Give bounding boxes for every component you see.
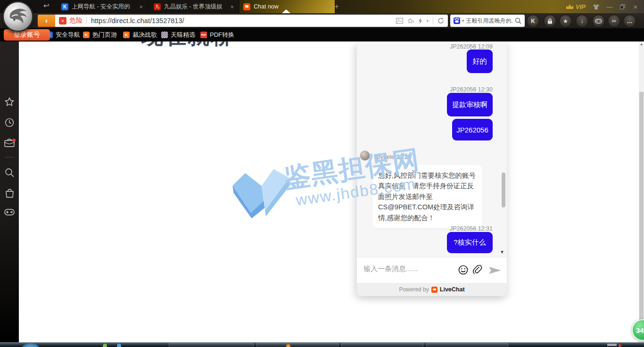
scrollbar-up-icon[interactable]: ▲	[639, 42, 644, 46]
k-icon: K	[83, 32, 90, 38]
skin-button[interactable]	[590, 0, 602, 13]
screenshot-icon[interactable]	[396, 18, 403, 24]
tab-nav-site[interactable]: K 上网导航 - 安全实用的 ×	[58, 0, 148, 13]
address-bar: ‹ × 危险 https://direct.lc.chat/13527813/ …	[0, 13, 644, 28]
inbox-briefcase-icon[interactable]	[0, 139, 19, 147]
more-tools-button[interactable]: …	[623, 15, 636, 27]
start-button[interactable]	[22, 343, 40, 347]
clip-button[interactable]: ✂	[608, 15, 620, 27]
close-window-button[interactable]: ×	[629, 0, 642, 13]
chat-footer: Powered by LiveChat	[357, 283, 507, 296]
tray-record-icon	[619, 344, 621, 347]
message-text: 您好,风控部门需要核实您的账号真实信息，请您手持身份证正反面照片发送邮件至CS@…	[378, 172, 476, 222]
lock-button[interactable]	[544, 15, 556, 27]
bookmark-safe-nav[interactable]: K 安全导航	[46, 28, 80, 41]
taskbar-window-button[interactable]	[341, 343, 423, 347]
bookmark-pdf-convert[interactable]: PDF PDF转换	[200, 28, 234, 41]
agent-avatar	[360, 150, 370, 161]
bookmark-label: PDF转换	[210, 31, 234, 39]
url-bar[interactable]: × 危险 https://direct.lc.chat/13527813/ ▾	[55, 15, 448, 27]
shirt-icon	[593, 4, 600, 10]
icon-separator	[433, 17, 433, 25]
lightning-icon[interactable]	[418, 18, 422, 24]
refresh-icon[interactable]	[438, 17, 444, 24]
bookmark-label: 裁决战歌	[132, 31, 157, 39]
message-text: ?核实什么	[454, 238, 486, 247]
message-text: JP262056	[456, 126, 488, 134]
gamepad-icon	[595, 19, 602, 24]
tab-label: 上网导航 - 安全实用的	[72, 3, 135, 11]
taskbar-window-button[interactable]	[169, 343, 254, 347]
tab-close-icon[interactable]: ×	[229, 3, 235, 10]
vip-button[interactable]: VIP	[562, 0, 589, 13]
page-scrollbar-thumb[interactable]	[639, 92, 644, 339]
favorites-star-icon[interactable]	[0, 97, 19, 107]
tab-chat-now-active[interactable]: Chat now ×	[239, 0, 335, 13]
send-icon[interactable]	[489, 266, 501, 274]
bookmark-star-icon[interactable]	[407, 18, 414, 24]
attachment-icon[interactable]	[473, 265, 482, 275]
chat-notification-badge[interactable]: 34	[632, 319, 644, 341]
tab-nine-entertainment[interactable]: 九 九品娱乐 - 世界顶级娱 ×	[150, 0, 239, 13]
search-icon[interactable]	[515, 17, 521, 24]
lightning-caret-icon[interactable]: ▾	[427, 19, 429, 23]
message-text: 好的	[473, 57, 487, 66]
restore-button[interactable]	[617, 0, 628, 13]
visitor-message: 好的	[467, 50, 493, 73]
taskbar-app-icon[interactable]	[103, 344, 107, 347]
livechat-logo-icon	[431, 287, 438, 293]
notification-dot	[12, 139, 16, 142]
more-icon: …	[627, 18, 633, 25]
games-gamepad-icon[interactable]	[0, 208, 19, 216]
search-box[interactable]: ▾ 王毅引用孟晚舟的...	[450, 15, 525, 27]
tab-bar: ↩ K 上网导航 - 安全实用的 × 九 九品娱乐 - 世界顶级娱 × Chat…	[0, 0, 644, 13]
search-query[interactable]: 王毅引用孟晚舟的...	[466, 17, 513, 25]
visitor-message: ?核实什么	[447, 232, 493, 253]
page-scrollbar[interactable]: ▲	[639, 41, 644, 342]
cheetah-icon	[5, 4, 31, 29]
emoji-icon[interactable]	[458, 265, 468, 275]
url-text[interactable]: https://direct.lc.chat/13527813/	[91, 17, 396, 25]
new-tab-button[interactable]: +	[331, 2, 342, 11]
scissors-icon: ✂	[611, 18, 616, 25]
message-meta: JP262056 12:09	[450, 43, 493, 50]
active-tab-pointer	[282, 9, 290, 13]
history-clock-icon[interactable]	[0, 118, 19, 127]
favorites-button[interactable]: ★	[559, 15, 572, 27]
tab-label: Chat now	[254, 3, 322, 10]
bookmark-tmall[interactable]: 天猫精选	[161, 28, 195, 41]
bookmark-verdict-song[interactable]: K 裁决战歌	[123, 28, 157, 41]
scroll-to-bottom-icon[interactable]: ▼	[500, 249, 504, 255]
shopping-bag-icon[interactable]	[0, 189, 19, 198]
minimize-button[interactable]: —	[604, 0, 615, 13]
k-home-button[interactable]: K	[527, 15, 539, 27]
tab-close-icon[interactable]: ×	[325, 3, 331, 10]
powered-by-label: Powered by	[399, 286, 429, 293]
close-icon: ×	[634, 3, 638, 11]
taskbar-window-button[interactable]	[256, 343, 339, 347]
download-button[interactable]: ↓	[576, 15, 588, 27]
star-icon: ★	[563, 18, 568, 25]
back-button[interactable]: ‹	[38, 15, 55, 27]
search-engine-caret-icon[interactable]: ▾	[462, 18, 464, 23]
tab-history-back-icon[interactable]: ↩	[43, 1, 50, 10]
tab-close-icon[interactable]: ×	[138, 3, 144, 10]
message-input[interactable]	[363, 264, 449, 273]
chat-scrollbar-thumb[interactable]	[502, 173, 505, 207]
games-button[interactable]	[592, 15, 605, 27]
taskbar-window-button[interactable]	[426, 343, 508, 347]
notification-count: 34	[636, 326, 644, 334]
security-status-label: 危险	[69, 17, 83, 25]
livechat-brand[interactable]: LiveChat	[440, 286, 465, 293]
lock-icon	[547, 18, 553, 24]
danger-icon: ×	[59, 17, 66, 25]
browser-logo[interactable]	[2, 1, 33, 32]
baidu-icon[interactable]	[454, 17, 460, 24]
sidebar-search-icon[interactable]	[0, 168, 19, 177]
bookmark-hot-games[interactable]: K 热门页游	[83, 28, 117, 41]
windows-taskbar[interactable]	[0, 342, 644, 347]
pdf-icon: PDF	[200, 32, 207, 38]
agent-meta: 9pyuele 12:29	[374, 154, 411, 160]
login-account-callout[interactable]: 登录账号	[4, 29, 50, 41]
taskbar-app-icon[interactable]	[117, 344, 121, 347]
